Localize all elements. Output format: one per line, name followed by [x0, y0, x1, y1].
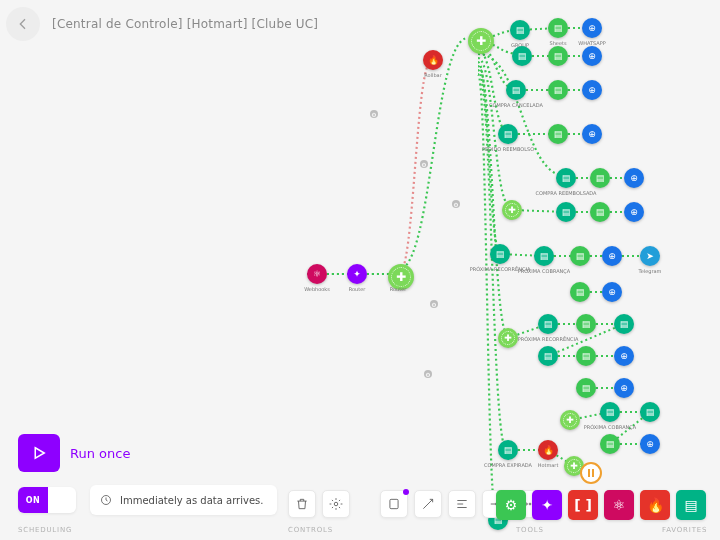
fav-brackets[interactable]: [ ]: [568, 490, 598, 520]
module-node-r9b[interactable]: ⊕: [614, 378, 634, 398]
module-node-r5a[interactable]: ▤: [556, 168, 576, 188]
module-icon: ▤: [596, 208, 605, 217]
module-icon: ⊕: [608, 288, 616, 297]
filter-handle[interactable]: [430, 300, 438, 308]
module-node-err[interactable]: 🔥: [423, 50, 443, 70]
module-node-r3b[interactable]: ▤: [548, 80, 568, 100]
back-button[interactable]: [6, 7, 40, 41]
module-node-r4a[interactable]: ▤: [498, 124, 518, 144]
fav-webhook[interactable]: ⚛: [604, 490, 634, 520]
module-node-l1[interactable]: ⚛: [307, 264, 327, 284]
module-node-r11b[interactable]: 🔥: [538, 440, 558, 460]
module-icon: ⊕: [630, 208, 638, 217]
run-once-label: Run once: [70, 446, 130, 461]
section-favorites-label: FAVORITES: [662, 526, 707, 534]
fav-tools[interactable]: ✦: [532, 490, 562, 520]
tool-magic-button[interactable]: [414, 490, 442, 518]
module-icon: ▤: [504, 130, 513, 139]
module-icon: ▤: [518, 52, 527, 61]
fire-icon: 🔥: [647, 497, 664, 513]
module-node-l3[interactable]: ✚: [388, 264, 414, 290]
module-node-r7b2[interactable]: ⊕: [602, 282, 622, 302]
module-node-r10hub[interactable]: ✚: [560, 410, 580, 430]
module-icon: ▤: [554, 86, 563, 95]
module-node-r8c2[interactable]: ⊕: [614, 346, 634, 366]
module-node-r2c[interactable]: ⊕: [582, 46, 602, 66]
module-node-r6a[interactable]: ▤: [556, 202, 576, 222]
schedule-trigger-text: Immediately as data arrives.: [120, 495, 263, 506]
module-node-r6hub[interactable]: ✚: [502, 200, 522, 220]
module-node-r10a2[interactable]: ▤: [600, 434, 620, 454]
module-icon: ▤: [582, 352, 591, 361]
module-node-r10b[interactable]: ▤: [640, 402, 660, 422]
module-icon: ▤: [582, 384, 591, 393]
control-delete-button[interactable]: [288, 490, 316, 518]
module-node-r5b[interactable]: ▤: [590, 168, 610, 188]
section-tools-label: TOOLS: [516, 526, 544, 534]
module-icon: 🔥: [543, 446, 554, 455]
module-node-r8a2[interactable]: ▤: [538, 346, 558, 366]
filter-handle[interactable]: [420, 160, 428, 168]
module-node-r7a[interactable]: ▤: [490, 244, 510, 264]
module-icon: ▤: [576, 288, 585, 297]
tool-notes-button[interactable]: [380, 490, 408, 518]
arrow-left-icon: [15, 16, 31, 32]
module-icon: ⚛: [313, 270, 321, 279]
module-node-r4c[interactable]: ⊕: [582, 124, 602, 144]
align-icon: [455, 497, 469, 511]
wand-icon: [421, 497, 435, 511]
section-controls-label: CONTROLS: [288, 526, 333, 534]
module-icon: ⊕: [588, 52, 596, 61]
module-node-r8a[interactable]: ▤: [538, 314, 558, 334]
module-node-r11a[interactable]: ▤: [498, 440, 518, 460]
module-node-r6b[interactable]: ▤: [590, 202, 610, 222]
control-settings-button[interactable]: [322, 490, 350, 518]
module-node-r7c[interactable]: ⊕: [602, 246, 622, 266]
play-icon: [30, 444, 48, 462]
module-node-r3c[interactable]: ⊕: [582, 80, 602, 100]
filter-handle[interactable]: [370, 110, 378, 118]
module-icon: ▤: [554, 130, 563, 139]
module-icon: ▤: [544, 352, 553, 361]
note-icon: [387, 497, 401, 511]
tools-icon: ✦: [541, 497, 553, 513]
schedule-trigger-button[interactable]: Immediately as data arrives.: [90, 485, 277, 515]
run-once-button[interactable]: [18, 434, 60, 472]
module-node-r7b1[interactable]: ▤: [570, 282, 590, 302]
module-node-r10b2[interactable]: ⊕: [640, 434, 660, 454]
scheduling-toggle[interactable]: ON: [18, 487, 76, 513]
module-node-r6c[interactable]: ⊕: [624, 202, 644, 222]
module-node-r8c[interactable]: ▤: [614, 314, 634, 334]
module-node-l2[interactable]: ✦: [347, 264, 367, 284]
pause-indicator[interactable]: [580, 462, 602, 484]
module-icon: ✦: [353, 270, 361, 279]
filter-handle[interactable]: [424, 370, 432, 378]
module-node-r3a[interactable]: ▤: [506, 80, 526, 100]
module-icon: ▤: [540, 252, 549, 261]
fav-settings[interactable]: ⚙: [496, 490, 526, 520]
module-icon: ▤: [512, 86, 521, 95]
module-node-r2a[interactable]: ▤: [512, 46, 532, 66]
module-icon: ▤: [562, 208, 571, 217]
toggle-on-label: ON: [18, 487, 48, 513]
module-icon: ⊕: [620, 352, 628, 361]
module-node-r9a[interactable]: ▤: [576, 378, 596, 398]
module-node-r7a2[interactable]: ▤: [534, 246, 554, 266]
module-node-r8hub[interactable]: ✚: [498, 328, 518, 348]
module-node-r5c[interactable]: ⊕: [624, 168, 644, 188]
module-icon: ▤: [596, 174, 605, 183]
module-node-r2b[interactable]: ▤: [548, 46, 568, 66]
filter-handle[interactable]: [452, 200, 460, 208]
section-scheduling-label: SCHEDULING: [18, 526, 72, 534]
fav-sheets[interactable]: ▤: [676, 490, 706, 520]
module-node-r8b[interactable]: ▤: [576, 314, 596, 334]
module-node-r7d[interactable]: ➤: [640, 246, 660, 266]
module-node-r7b[interactable]: ▤: [570, 246, 590, 266]
tool-align-button[interactable]: [448, 490, 476, 518]
module-node-r10a[interactable]: ▤: [600, 402, 620, 422]
module-icon: ⊕: [608, 252, 616, 261]
module-icon: ⊕: [588, 86, 596, 95]
module-node-r4b[interactable]: ▤: [548, 124, 568, 144]
module-node-r8b2[interactable]: ▤: [576, 346, 596, 366]
fav-hotmart[interactable]: 🔥: [640, 490, 670, 520]
